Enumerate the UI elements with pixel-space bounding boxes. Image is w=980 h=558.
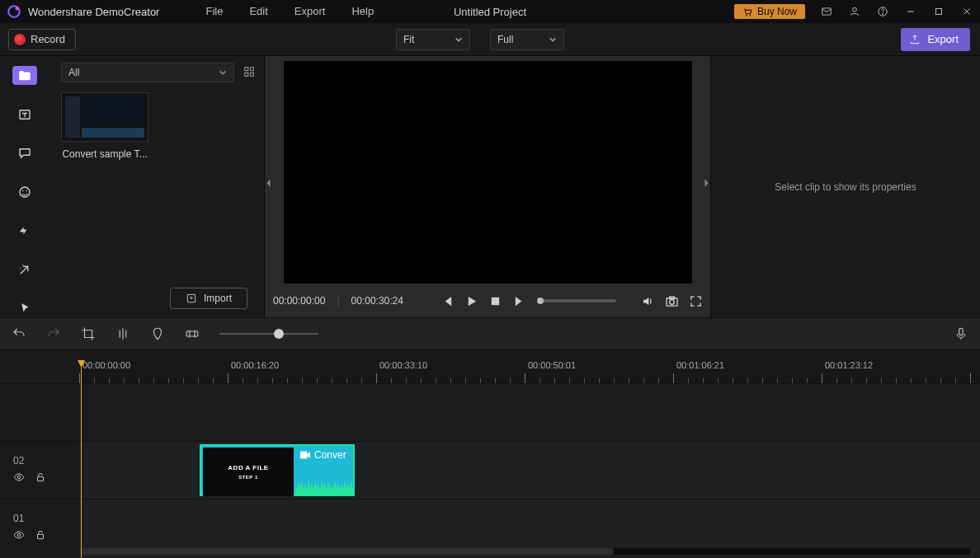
thumbnail-preview bbox=[62, 93, 148, 141]
svg-point-7 bbox=[883, 13, 883, 14]
preview-scale-select[interactable]: Fit bbox=[396, 29, 470, 50]
properties-empty-message: Select clip to show its properties bbox=[775, 181, 916, 193]
undo-button[interactable] bbox=[12, 326, 26, 341]
import-button[interactable]: Import bbox=[170, 288, 247, 309]
total-time: 00:00:30:24 bbox=[351, 295, 403, 307]
ruler-label: 00:00:33:10 bbox=[379, 360, 427, 370]
record-button[interactable]: Record bbox=[8, 29, 76, 50]
category-stickers[interactable] bbox=[12, 182, 37, 201]
voiceover-button[interactable] bbox=[954, 326, 968, 341]
preview-view-value: Full bbox=[497, 34, 513, 45]
main-menu: File Edit Export Help bbox=[192, 0, 387, 23]
preview-panel: 00:00:00:00 | 00:00:30:24 bbox=[265, 56, 710, 317]
maximize-icon[interactable] bbox=[932, 5, 945, 18]
svg-rect-24 bbox=[959, 328, 964, 335]
buy-now-label: Buy Now bbox=[757, 6, 797, 17]
stop-button[interactable] bbox=[489, 295, 502, 307]
edit-mode-button[interactable] bbox=[185, 326, 200, 341]
svg-rect-14 bbox=[250, 68, 253, 71]
svg-point-2 bbox=[746, 15, 747, 16]
export-icon bbox=[909, 34, 921, 45]
playhead[interactable] bbox=[81, 360, 82, 558]
track-02: 02 ADD A FILE STEP 1 Conver bbox=[0, 441, 980, 499]
clip-thumb-text: ADD A FILE bbox=[228, 464, 268, 471]
track-lock-toggle[interactable] bbox=[35, 471, 46, 485]
timeline-horizontal-scrollbar[interactable] bbox=[79, 548, 970, 555]
menu-export[interactable]: Export bbox=[281, 0, 339, 23]
play-button[interactable] bbox=[465, 295, 478, 307]
timeline-toolbar bbox=[0, 317, 980, 350]
preview-collapse-right[interactable] bbox=[702, 171, 710, 195]
svg-rect-19 bbox=[492, 297, 499, 304]
chevron-down-icon bbox=[219, 68, 227, 77]
marker-button[interactable] bbox=[150, 326, 165, 341]
svg-rect-16 bbox=[250, 73, 253, 76]
track-visibility-toggle[interactable] bbox=[13, 471, 25, 485]
menu-file[interactable]: File bbox=[192, 0, 236, 23]
timeline-ruler[interactable]: 00:00:00:00 00:00:16:20 00:00:33:10 00:0… bbox=[79, 350, 980, 383]
close-icon[interactable] bbox=[960, 5, 973, 18]
titlebar: Wondershare DemoCreator File Edit Export… bbox=[0, 0, 980, 23]
messages-icon[interactable] bbox=[820, 5, 833, 18]
timeline-empty-area bbox=[0, 383, 980, 441]
track-number: 01 bbox=[13, 513, 79, 524]
svg-rect-29 bbox=[38, 534, 44, 538]
category-effects[interactable] bbox=[12, 260, 37, 279]
svg-point-28 bbox=[17, 533, 21, 537]
import-label: Import bbox=[204, 293, 232, 304]
app-name: Wondershare DemoCreator bbox=[28, 6, 159, 18]
svg-point-3 bbox=[749, 15, 751, 16]
media-layout-toggle[interactable] bbox=[243, 65, 257, 80]
track-number: 02 bbox=[13, 455, 79, 467]
chevron-down-icon bbox=[455, 35, 463, 44]
ruler-label: 00:00:00:00 bbox=[82, 360, 130, 370]
current-time: 00:00:00:00 bbox=[273, 295, 325, 307]
redo-button[interactable] bbox=[46, 326, 61, 341]
preview-view-select[interactable]: Full bbox=[490, 29, 564, 50]
thumbnail-caption: Convert sample T... bbox=[61, 148, 148, 160]
svg-rect-13 bbox=[245, 68, 248, 71]
clip-thumbnail: ADD A FILE STEP 1 bbox=[203, 448, 294, 496]
next-frame-button[interactable] bbox=[513, 295, 525, 307]
svg-rect-4 bbox=[822, 8, 832, 15]
category-text[interactable] bbox=[12, 105, 37, 124]
minimize-icon[interactable] bbox=[904, 5, 917, 18]
category-cursor[interactable] bbox=[12, 298, 37, 317]
prev-frame-button[interactable] bbox=[441, 295, 454, 307]
clip-waveform bbox=[295, 475, 353, 495]
record-dot-icon bbox=[14, 34, 26, 45]
menu-edit[interactable]: Edit bbox=[236, 0, 280, 23]
timeline-clip[interactable]: ADD A FILE STEP 1 Conver bbox=[200, 444, 355, 496]
crop-button[interactable] bbox=[81, 326, 96, 341]
menu-help[interactable]: Help bbox=[338, 0, 387, 23]
ruler-label: 00:01:06:21 bbox=[676, 360, 724, 370]
svg-point-25 bbox=[17, 476, 21, 479]
media-filter-select[interactable]: All bbox=[61, 63, 234, 82]
account-icon[interactable] bbox=[848, 5, 861, 18]
preview-scrubber[interactable] bbox=[537, 299, 616, 302]
svg-point-5 bbox=[853, 7, 857, 12]
clip-label: Conver bbox=[314, 449, 346, 461]
media-thumbnail[interactable]: Convert sample T... bbox=[61, 92, 148, 160]
volume-button[interactable] bbox=[642, 295, 654, 307]
buy-now-button[interactable]: Buy Now bbox=[734, 4, 805, 19]
split-button[interactable] bbox=[115, 326, 130, 341]
help-icon[interactable] bbox=[876, 5, 889, 18]
media-filter-value: All bbox=[68, 67, 79, 78]
timeline-zoom-slider[interactable] bbox=[219, 333, 318, 335]
category-transitions[interactable] bbox=[12, 221, 37, 240]
preview-collapse-left[interactable] bbox=[265, 171, 273, 195]
export-button[interactable]: Export bbox=[901, 28, 970, 51]
project-title: Untitled Project bbox=[454, 6, 526, 18]
category-media[interactable] bbox=[12, 66, 37, 85]
timeline: 00:00:00:00 00:00:16:20 00:00:33:10 00:0… bbox=[0, 350, 980, 558]
category-annotations[interactable] bbox=[12, 143, 37, 162]
track-visibility-toggle[interactable] bbox=[13, 529, 25, 543]
cart-icon bbox=[742, 7, 753, 17]
properties-panel: Select clip to show its properties bbox=[710, 56, 980, 317]
fullscreen-button[interactable] bbox=[690, 295, 702, 307]
preview-canvas[interactable] bbox=[284, 61, 692, 284]
track-lock-toggle[interactable] bbox=[35, 529, 46, 543]
svg-rect-26 bbox=[38, 476, 44, 481]
snapshot-button[interactable] bbox=[666, 295, 678, 307]
